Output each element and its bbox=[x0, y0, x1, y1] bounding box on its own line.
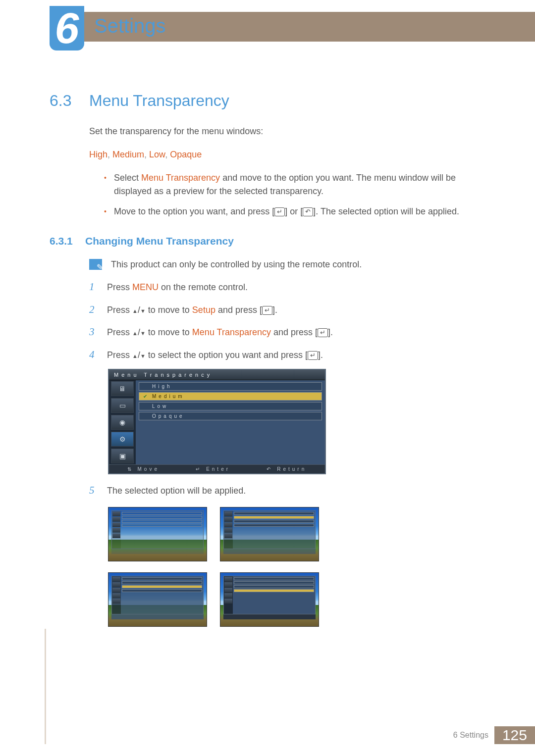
t: and press [ bbox=[271, 327, 318, 337]
step-number: 3 bbox=[89, 324, 98, 341]
t: to select the option you want and press … bbox=[146, 350, 308, 360]
t: Press bbox=[107, 327, 132, 337]
step-number: 1 bbox=[89, 279, 98, 296]
osd-tab-setup-icon: ⚙ bbox=[111, 432, 134, 447]
option-opaque: Opaque bbox=[170, 150, 202, 159]
t: Press bbox=[107, 282, 132, 292]
t: Move bbox=[137, 466, 159, 472]
page-number: 125 bbox=[494, 726, 535, 744]
note-icon bbox=[89, 259, 102, 270]
text: Move to the option you want, and press [ bbox=[114, 206, 274, 216]
down-arrow-icon bbox=[140, 305, 146, 315]
step-number: 5 bbox=[89, 482, 98, 499]
osd-tab-picture-icon: 🖥 bbox=[111, 381, 134, 396]
steps-list-cont: 5 The selected option will be applied. bbox=[89, 482, 490, 499]
step-text: The selected option will be applied. bbox=[107, 484, 490, 498]
mini-osd bbox=[111, 510, 204, 549]
subsection-number: 6.3.1 bbox=[50, 235, 78, 247]
down-arrow-icon bbox=[140, 327, 146, 337]
subsection-title: Changing Menu Transparency bbox=[85, 235, 234, 247]
subsection-heading: 6.3.1 Changing Menu Transparency bbox=[50, 235, 490, 247]
bullet-1: Select Menu Transparency and move to the… bbox=[104, 171, 490, 198]
step-2: 2 Press / to move to Setup and press [↵]… bbox=[89, 302, 490, 318]
t: ]. bbox=[272, 305, 277, 315]
down-arrow-icon bbox=[140, 350, 146, 360]
steps-list: 1 Press MENU on the remote control. 2 Pr… bbox=[89, 279, 490, 363]
chapter-number-badge: 6 bbox=[50, 6, 84, 50]
osd-options: ✔High ✔Medium ✔Low ✔Opaque bbox=[136, 380, 325, 464]
step-text: Press / to move to Setup and press [↵]. bbox=[107, 303, 490, 317]
footer-chapter-label: 6 Settings bbox=[453, 731, 488, 740]
mini-foot bbox=[223, 614, 316, 619]
bullet-2: Move to the option you want, and press [… bbox=[104, 205, 490, 218]
intro-text: Set the transparency for the menu window… bbox=[89, 125, 490, 138]
option-medium: Medium bbox=[112, 150, 144, 159]
up-arrow-icon bbox=[132, 350, 138, 360]
osd-tab-input-icon: ▭ bbox=[111, 398, 134, 413]
label: Opaque bbox=[152, 413, 185, 419]
enter-icon: ↵ bbox=[318, 328, 328, 337]
t: ]. bbox=[328, 327, 333, 337]
note-row: This product can only be controlled by u… bbox=[89, 259, 490, 270]
note-text: This product can only be controlled by u… bbox=[111, 259, 362, 270]
osd-hint-return: ↶ Return bbox=[267, 466, 307, 472]
mini-osd bbox=[111, 576, 204, 614]
text: ]. The selected option will be applied. bbox=[313, 206, 459, 216]
osd-option-opaque: ✔Opaque bbox=[139, 412, 322, 420]
t: Return bbox=[277, 466, 307, 472]
osd-title: Menu Transparency bbox=[109, 370, 325, 380]
osd-tab-multi-icon: ▣ bbox=[111, 449, 134, 463]
enter-icon: ↵ bbox=[262, 306, 272, 315]
t: on the remote control. bbox=[159, 282, 248, 292]
mini-main bbox=[233, 576, 315, 614]
label: Medium bbox=[152, 394, 185, 399]
step-5: 5 The selected option will be applied. bbox=[89, 482, 490, 499]
t: ]. bbox=[318, 350, 323, 360]
step-1: 1 Press MENU on the remote control. bbox=[89, 279, 490, 296]
hl: MENU bbox=[132, 282, 159, 292]
mini-side bbox=[112, 511, 121, 549]
mini-main bbox=[233, 511, 315, 549]
osd-option-medium: ✔Medium bbox=[139, 392, 322, 401]
t: Enter bbox=[206, 466, 230, 472]
section-number: 6.3 bbox=[50, 92, 78, 110]
enter-icon: ↵ bbox=[274, 207, 285, 216]
t: and press [ bbox=[215, 305, 262, 315]
mini-main bbox=[121, 511, 203, 549]
mini-foot bbox=[223, 549, 316, 554]
osd-tab-sound-icon: ◉ bbox=[111, 415, 134, 430]
page-content: 6.3 Menu Transparency Set the transparen… bbox=[50, 92, 490, 627]
mini-main bbox=[121, 576, 203, 614]
sep: , bbox=[144, 150, 149, 159]
section-heading: 6.3 Menu Transparency bbox=[50, 92, 490, 110]
enter-icon: ↵ bbox=[308, 351, 318, 360]
osd-hint-move: ⇅ Move bbox=[127, 466, 160, 472]
mini-foot bbox=[111, 614, 204, 619]
option-low: Low bbox=[149, 150, 165, 159]
return-icon: ↶ bbox=[303, 207, 313, 216]
osd-option-high: ✔High bbox=[139, 382, 322, 391]
mini-side bbox=[112, 576, 121, 614]
text: Select bbox=[114, 173, 141, 183]
step-4: 4 Press / to select the option you want … bbox=[89, 347, 490, 363]
sep: , bbox=[165, 150, 170, 159]
options-line: High, Medium, Low, Opaque bbox=[89, 148, 490, 161]
left-gutter-rule bbox=[45, 629, 46, 744]
osd-hint-enter: ↵ Enter bbox=[196, 466, 230, 472]
up-arrow-icon bbox=[132, 305, 138, 315]
label: Low bbox=[152, 403, 168, 409]
step-3: 3 Press / to move to Menu Transparency a… bbox=[89, 324, 490, 341]
up-arrow-icon bbox=[132, 327, 138, 337]
label: High bbox=[152, 384, 172, 389]
step-text: Press / to move to Menu Transparency and… bbox=[107, 325, 490, 340]
mini-osd bbox=[223, 576, 316, 614]
t: Press bbox=[107, 350, 132, 360]
mini-side bbox=[224, 511, 233, 549]
section-title: Menu Transparency bbox=[89, 92, 229, 110]
thumb-low bbox=[108, 572, 207, 627]
step-text: Press / to select the option you want an… bbox=[107, 348, 490, 362]
sep: , bbox=[107, 150, 112, 159]
step-number: 4 bbox=[89, 347, 98, 363]
mini-side bbox=[224, 576, 233, 614]
highlight: Menu Transparency bbox=[141, 173, 220, 183]
